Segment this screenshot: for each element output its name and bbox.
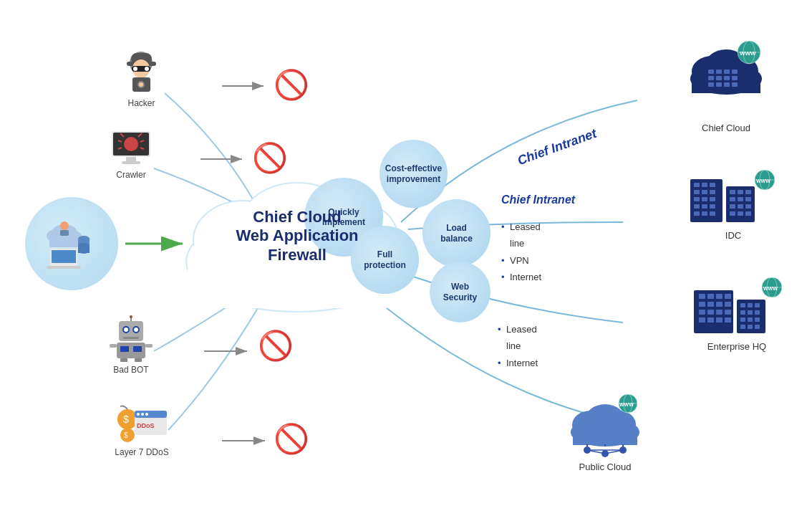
- svg-text:$: $: [124, 431, 128, 439]
- svg-rect-156: [748, 310, 753, 315]
- svg-rect-153: [748, 303, 753, 307]
- svg-rect-119: [745, 190, 751, 194]
- svg-point-55: [124, 328, 128, 332]
- svg-rect-93: [724, 82, 730, 87]
- svg-rect-89: [724, 76, 730, 80]
- svg-rect-128: [745, 211, 751, 216]
- svg-rect-108: [702, 197, 707, 201]
- svg-rect-141: [716, 302, 722, 307]
- svg-rect-113: [694, 211, 700, 216]
- bot-no-symbol: 🚫: [258, 331, 294, 360]
- svg-rect-118: [738, 190, 743, 194]
- svg-rect-15: [78, 246, 90, 253]
- svg-rect-111: [702, 204, 707, 209]
- bubble-cost-effective: Cost-effectiveimprovement: [380, 140, 448, 208]
- svg-rect-105: [702, 190, 707, 194]
- svg-rect-66: [145, 344, 153, 348]
- svg-rect-10: [49, 236, 81, 247]
- svg-rect-103: [710, 183, 715, 187]
- svg-rect-17: [52, 250, 76, 263]
- svg-rect-57: [123, 337, 139, 339]
- svg-rect-64: [135, 358, 142, 362]
- svg-rect-94: [732, 82, 738, 87]
- intranet-label-top: Chief Intranet: [516, 126, 599, 168]
- svg-rect-83: [708, 70, 714, 74]
- svg-point-56: [134, 328, 138, 332]
- svg-rect-149: [716, 317, 722, 322]
- ddos-no-symbol: 🚫: [274, 424, 309, 453]
- svg-rect-50: [126, 157, 136, 161]
- svg-rect-115: [710, 211, 715, 216]
- svg-text:WWW: WWW: [740, 50, 756, 57]
- svg-rect-152: [740, 303, 745, 307]
- bot-threat: Bad BOT: [106, 315, 156, 375]
- svg-point-19: [60, 221, 69, 230]
- svg-rect-117: [730, 190, 735, 194]
- svg-rect-84: [716, 70, 722, 74]
- svg-rect-107: [694, 197, 700, 201]
- svg-rect-135: [699, 294, 705, 299]
- svg-rect-61: [120, 346, 129, 352]
- idc-conn-3: Internet: [501, 269, 541, 285]
- hacker-threat: Hacker: [118, 49, 165, 108]
- ent-conn-1: Leased line: [498, 321, 538, 355]
- svg-rect-85: [724, 70, 730, 74]
- svg-text:DDoS: DDoS: [137, 422, 155, 429]
- bubble-label: WebSecurity: [443, 282, 477, 302]
- svg-rect-123: [730, 204, 735, 209]
- svg-rect-51: [122, 161, 140, 164]
- cloud-title-line2: Web Application Firewall: [235, 227, 360, 265]
- svg-rect-148: [707, 317, 714, 322]
- svg-rect-126: [730, 211, 735, 216]
- svg-rect-150: [725, 317, 731, 322]
- intranet-label-middle: Chief Intranet: [501, 194, 575, 206]
- svg-rect-88: [716, 76, 722, 80]
- enterprise-hq-item: WWW Enterprise HQ: [690, 280, 783, 352]
- public-cloud-item: WWW Public Cloud: [566, 393, 644, 472]
- svg-text:$: $: [123, 414, 129, 425]
- ent-conn-2: Internet: [498, 355, 538, 371]
- svg-rect-136: [707, 294, 714, 299]
- svg-rect-146: [725, 310, 731, 315]
- svg-rect-92: [716, 82, 722, 87]
- cloud-title-line1: Chief Cloud: [235, 208, 360, 226]
- crawler-label: Crawler: [116, 170, 145, 180]
- svg-rect-144: [707, 310, 714, 315]
- svg-rect-114: [702, 211, 707, 216]
- svg-rect-137: [716, 294, 722, 299]
- svg-rect-106: [710, 190, 715, 194]
- svg-rect-112: [710, 204, 715, 209]
- svg-point-59: [130, 315, 132, 318]
- svg-rect-104: [694, 190, 700, 194]
- svg-rect-142: [725, 302, 731, 307]
- svg-rect-140: [707, 302, 714, 307]
- ddos-label: Layer 7 DDoS: [115, 447, 168, 457]
- bubble-label: Loadbalance: [440, 223, 473, 244]
- crawler-threat: Crawler: [106, 128, 156, 180]
- enterprise-hq-label: Enterprise HQ: [707, 341, 766, 352]
- hacker-no-symbol: 🚫: [274, 70, 309, 99]
- svg-rect-125: [745, 204, 751, 209]
- bubble-web-security: WebSecurity: [430, 262, 490, 322]
- svg-point-71: [137, 413, 140, 416]
- svg-rect-157: [755, 310, 760, 315]
- bubble-label: Cost-effectiveimprovement: [385, 163, 442, 184]
- idc-conn-1: Leased line: [501, 219, 541, 252]
- svg-rect-121: [738, 197, 743, 201]
- hacker-label: Hacker: [127, 98, 155, 108]
- bubble-load-balance: Loadbalance: [422, 199, 490, 267]
- svg-rect-87: [708, 76, 714, 80]
- chief-cloud-label: Chief Cloud: [702, 123, 750, 133]
- svg-rect-65: [110, 344, 117, 348]
- svg-rect-163: [755, 325, 760, 329]
- svg-rect-91: [708, 82, 714, 87]
- svg-point-43: [124, 137, 138, 151]
- svg-point-72: [141, 413, 144, 416]
- svg-rect-143: [699, 310, 705, 315]
- svg-rect-162: [748, 325, 753, 329]
- bubble-label: Fullprotection: [364, 249, 406, 270]
- svg-rect-102: [702, 183, 707, 187]
- svg-point-73: [145, 413, 148, 416]
- svg-rect-161: [740, 325, 745, 329]
- user-circle: [25, 197, 118, 290]
